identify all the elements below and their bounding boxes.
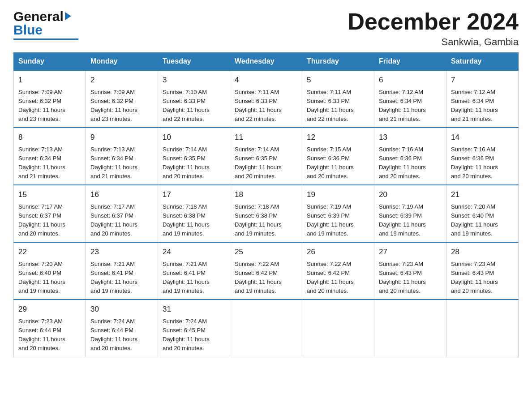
day-number: 9 [90,132,153,143]
day-header-friday: Friday [374,53,446,71]
day-info: Sunrise: 7:10 AMSunset: 6:33 PMDaylight:… [163,89,210,122]
day-info: Sunrise: 7:22 AMSunset: 6:42 PMDaylight:… [307,261,354,294]
calendar-cell [374,300,446,357]
day-header-thursday: Thursday [302,53,374,71]
calendar-cell: 15Sunrise: 7:17 AMSunset: 6:37 PMDayligh… [14,185,86,242]
day-info: Sunrise: 7:21 AMSunset: 6:41 PMDaylight:… [163,261,210,294]
day-number: 17 [163,189,225,201]
calendar-cell: 2Sunrise: 7:09 AMSunset: 6:32 PMDaylight… [86,70,158,128]
calendar-cell: 23Sunrise: 7:21 AMSunset: 6:41 PMDayligh… [86,242,158,300]
days-of-week-row: SundayMondayTuesdayWednesdayThursdayFrid… [14,53,519,71]
day-number: 8 [18,132,81,143]
calendar-cell: 13Sunrise: 7:16 AMSunset: 6:36 PMDayligh… [374,128,446,185]
day-info: Sunrise: 7:18 AMSunset: 6:38 PMDaylight:… [163,203,210,237]
calendar-cell: 1Sunrise: 7:09 AMSunset: 6:32 PMDaylight… [14,70,86,128]
day-number: 26 [307,246,369,258]
title-block: December 2024 Sankwia, Gambia [348,9,519,48]
day-info: Sunrise: 7:11 AMSunset: 6:33 PMDaylight:… [235,89,282,122]
day-info: Sunrise: 7:17 AMSunset: 6:37 PMDaylight:… [18,203,65,237]
day-info: Sunrise: 7:21 AMSunset: 6:41 PMDaylight:… [90,261,137,294]
day-number: 6 [379,74,442,86]
day-number: 11 [235,132,297,143]
calendar-cell: 26Sunrise: 7:22 AMSunset: 6:42 PMDayligh… [302,242,374,300]
day-number: 16 [90,189,153,201]
day-header-saturday: Saturday [446,53,519,71]
day-number: 10 [163,132,225,143]
day-number: 12 [307,132,369,143]
day-number: 7 [451,74,514,86]
day-info: Sunrise: 7:13 AMSunset: 6:34 PMDaylight:… [90,146,137,180]
calendar-cell: 4Sunrise: 7:11 AMSunset: 6:33 PMDaylight… [230,70,302,128]
day-number: 2 [90,74,153,86]
calendar-cell [446,300,519,357]
calendar-cell: 5Sunrise: 7:11 AMSunset: 6:33 PMDaylight… [302,70,374,128]
day-number: 19 [307,189,369,201]
calendar-week-4: 22Sunrise: 7:20 AMSunset: 6:40 PMDayligh… [14,242,519,300]
calendar-cell: 31Sunrise: 7:24 AMSunset: 6:45 PMDayligh… [158,300,230,357]
logo-arrow-icon [65,12,71,20]
calendar-cell: 11Sunrise: 7:14 AMSunset: 6:35 PMDayligh… [230,128,302,185]
day-info: Sunrise: 7:16 AMSunset: 6:36 PMDaylight:… [451,146,498,180]
day-info: Sunrise: 7:12 AMSunset: 6:34 PMDaylight:… [451,89,498,122]
calendar-cell: 9Sunrise: 7:13 AMSunset: 6:34 PMDaylight… [86,128,158,185]
day-number: 18 [235,189,297,201]
day-info: Sunrise: 7:23 AMSunset: 6:43 PMDaylight:… [451,261,498,294]
calendar-body: 1Sunrise: 7:09 AMSunset: 6:32 PMDaylight… [14,70,519,357]
calendar-cell: 18Sunrise: 7:18 AMSunset: 6:38 PMDayligh… [230,185,302,242]
day-info: Sunrise: 7:14 AMSunset: 6:35 PMDaylight:… [163,146,210,180]
day-number: 5 [307,74,369,86]
day-info: Sunrise: 7:24 AMSunset: 6:44 PMDaylight:… [90,318,137,351]
day-info: Sunrise: 7:13 AMSunset: 6:34 PMDaylight:… [18,146,65,180]
day-number: 30 [90,304,153,315]
calendar-cell: 22Sunrise: 7:20 AMSunset: 6:40 PMDayligh… [14,242,86,300]
day-number: 29 [18,304,81,315]
day-info: Sunrise: 7:20 AMSunset: 6:40 PMDaylight:… [451,203,498,237]
day-number: 20 [379,189,442,201]
calendar-table: SundayMondayTuesdayWednesdayThursdayFrid… [13,52,519,357]
calendar-cell: 20Sunrise: 7:19 AMSunset: 6:39 PMDayligh… [374,185,446,242]
calendar-cell: 29Sunrise: 7:23 AMSunset: 6:44 PMDayligh… [14,300,86,357]
month-title: December 2024 [348,9,519,34]
day-info: Sunrise: 7:18 AMSunset: 6:38 PMDaylight:… [235,203,282,237]
day-number: 15 [18,189,81,201]
calendar-cell: 8Sunrise: 7:13 AMSunset: 6:34 PMDaylight… [14,128,86,185]
day-number: 27 [379,246,442,258]
day-info: Sunrise: 7:19 AMSunset: 6:39 PMDaylight:… [307,203,354,237]
day-info: Sunrise: 7:11 AMSunset: 6:33 PMDaylight:… [307,89,354,122]
logo-text-general: General [13,9,64,24]
calendar-cell: 12Sunrise: 7:15 AMSunset: 6:36 PMDayligh… [302,128,374,185]
location: Sankwia, Gambia [348,36,519,48]
calendar-week-3: 15Sunrise: 7:17 AMSunset: 6:37 PMDayligh… [14,185,519,242]
calendar-cell: 14Sunrise: 7:16 AMSunset: 6:36 PMDayligh… [446,128,519,185]
day-info: Sunrise: 7:23 AMSunset: 6:44 PMDaylight:… [18,318,65,351]
day-number: 21 [451,189,514,201]
calendar-week-5: 29Sunrise: 7:23 AMSunset: 6:44 PMDayligh… [14,300,519,357]
day-header-wednesday: Wednesday [230,53,302,71]
day-info: Sunrise: 7:22 AMSunset: 6:42 PMDaylight:… [235,261,282,294]
day-info: Sunrise: 7:14 AMSunset: 6:35 PMDaylight:… [235,146,282,180]
calendar-week-2: 8Sunrise: 7:13 AMSunset: 6:34 PMDaylight… [14,128,519,185]
logo-separator [13,39,78,40]
day-header-monday: Monday [86,53,158,71]
day-number: 24 [163,246,225,258]
calendar-header: SundayMondayTuesdayWednesdayThursdayFrid… [14,53,519,71]
calendar-cell: 19Sunrise: 7:19 AMSunset: 6:39 PMDayligh… [302,185,374,242]
calendar-cell: 10Sunrise: 7:14 AMSunset: 6:35 PMDayligh… [158,128,230,185]
day-number: 23 [90,246,153,258]
day-info: Sunrise: 7:09 AMSunset: 6:32 PMDaylight:… [18,89,65,122]
day-info: Sunrise: 7:19 AMSunset: 6:39 PMDaylight:… [379,203,426,237]
day-header-tuesday: Tuesday [158,53,230,71]
day-number: 25 [235,246,297,258]
calendar-cell [230,300,302,357]
day-number: 22 [18,246,81,258]
calendar-cell: 30Sunrise: 7:24 AMSunset: 6:44 PMDayligh… [86,300,158,357]
calendar-cell: 3Sunrise: 7:10 AMSunset: 6:33 PMDaylight… [158,70,230,128]
day-info: Sunrise: 7:24 AMSunset: 6:45 PMDaylight:… [163,318,210,351]
day-number: 31 [163,304,225,315]
calendar-cell: 6Sunrise: 7:12 AMSunset: 6:34 PMDaylight… [374,70,446,128]
logo: General Blue [13,9,78,40]
logo-text-blue: Blue [13,22,43,37]
calendar-cell: 27Sunrise: 7:23 AMSunset: 6:43 PMDayligh… [374,242,446,300]
day-info: Sunrise: 7:16 AMSunset: 6:36 PMDaylight:… [379,146,426,180]
day-number: 1 [18,74,81,86]
